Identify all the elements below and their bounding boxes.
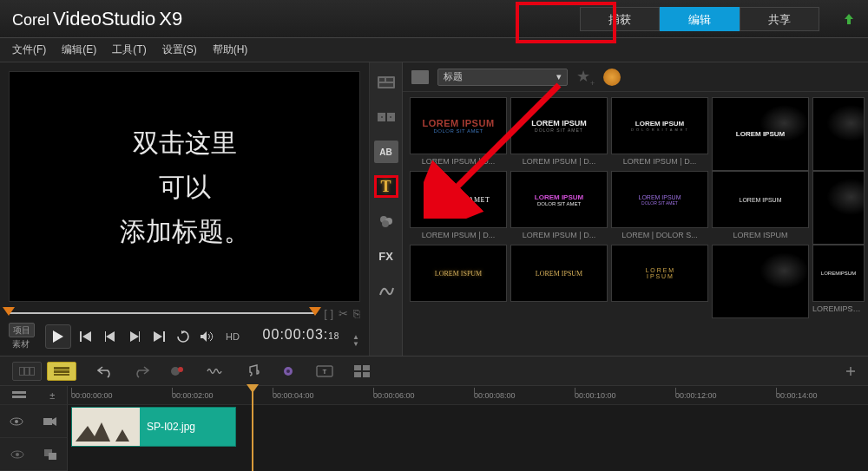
ruler-mark: 00:00:10:00: [575, 391, 667, 400]
clip-icon[interactable]: ⎘: [353, 307, 360, 320]
timeline-view-button[interactable]: [47, 362, 76, 381]
fx-icon[interactable]: FX: [374, 245, 398, 267]
thumb-caption: LOREM ISPUM: [712, 231, 809, 239]
subtitle-button[interactable]: T: [316, 365, 333, 377]
title-preset[interactable]: DOLOR SIT AMET LOREM IPSUM | D...: [410, 171, 507, 245]
visibility-icon[interactable]: [10, 417, 23, 426]
play-button[interactable]: [45, 324, 71, 349]
mark-out-handle[interactable]: [309, 307, 321, 316]
library-dropdown[interactable]: 标题▾: [437, 69, 568, 86]
mode-project[interactable]: 项目: [9, 323, 35, 337]
thumb-text: DOLOR SIT AMET: [531, 128, 587, 133]
svg-rect-37: [43, 418, 52, 425]
title-preset[interactable]: LOREM IPSUMDOLOR SIT AMET LOREM IPSUM | …: [510, 97, 608, 171]
svg-rect-22: [54, 374, 69, 376]
scrub-bar[interactable]: [ ] ✂ ⎘: [9, 307, 360, 319]
track-toggle-icon[interactable]: [12, 391, 26, 400]
title-preset[interactable]: [712, 245, 809, 318]
go-start-button[interactable]: [76, 327, 95, 346]
bracket-icon[interactable]: [ ]: [324, 307, 333, 320]
go-end-button[interactable]: [149, 327, 168, 346]
video-track-icon[interactable]: [43, 416, 57, 427]
motion-track-button[interactable]: [281, 364, 295, 378]
svg-rect-8: [379, 83, 393, 87]
menu-file[interactable]: 文件(F): [12, 43, 46, 57]
title-preset[interactable]: LOREM IPSUMDOLOR SIT AMET LOREM | DOLOR …: [611, 171, 708, 245]
timeline-tracks: SP-I02.jpg: [0, 405, 868, 471]
tab-share[interactable]: 共享: [740, 7, 819, 31]
graphic-icon[interactable]: [374, 210, 398, 232]
path-icon[interactable]: [374, 279, 398, 302]
timeline-clip[interactable]: SP-I02.jpg: [71, 407, 236, 447]
title-preset[interactable]: LOREM IPSUMDOLOR SIT AMET LOREM IPSUM | …: [410, 97, 507, 171]
storyboard-view-button[interactable]: [12, 362, 42, 381]
prev-frame-button[interactable]: [101, 327, 120, 346]
add-track-icon[interactable]: ±: [49, 390, 55, 401]
clip-thumbnail: [72, 408, 140, 446]
tab-capture[interactable]: 捕获: [580, 7, 660, 31]
title-preset[interactable]: LOREM IPSUMDOLOR SIT AMET LOREM IPSUM | …: [510, 171, 608, 245]
ruler-mark: 00:00:06:00: [373, 391, 465, 400]
content-store-icon[interactable]: [603, 69, 621, 86]
hd-toggle[interactable]: HD: [226, 331, 240, 342]
thumb-text: LOREM IPSUM: [736, 130, 785, 138]
thumb-text: DOLOR SIT AMET: [427, 196, 490, 204]
audio-mixer-button[interactable]: [207, 365, 224, 377]
svg-point-15: [382, 220, 389, 227]
title-preset[interactable]: LOREM ISPUM: [410, 245, 507, 318]
visibility-icon[interactable]: [10, 450, 24, 459]
title-preset[interactable]: LOREM IPSUMD O L O R S I T A M E T LOREM…: [611, 97, 708, 171]
thumb-text: LOREM IPSUM: [531, 119, 587, 128]
timeline-ruler[interactable]: ± 00:00:00:00 00:00:02:00 00:00:04:00 00…: [0, 386, 868, 405]
next-frame-button[interactable]: [125, 327, 144, 346]
menu-edit[interactable]: 编辑(E): [62, 43, 96, 57]
thumb-caption: LOREM IPSUM | D...: [611, 157, 708, 166]
thumb-text: LOREMIPSUM: [821, 271, 856, 276]
title-preset[interactable]: LOREM IPSUM LOREM IPSUM | D...: [712, 97, 809, 171]
timecode-value: 00:00:03:: [263, 327, 329, 342]
thumb-text: L O R E M: [646, 267, 674, 273]
overlay-track-icon[interactable]: [44, 449, 56, 460]
svg-text:T: T: [323, 368, 327, 376]
menu-tools[interactable]: 工具(T): [112, 43, 146, 57]
timecode-stepper[interactable]: ▲▼: [352, 334, 360, 348]
playhead[interactable]: [252, 386, 253, 471]
gallery-icon[interactable]: [411, 70, 429, 84]
svg-point-39: [16, 453, 19, 456]
record-button[interactable]: [170, 364, 186, 378]
media-icon[interactable]: [374, 71, 398, 94]
title-preset[interactable]: LOREMIPSUM LOREMIPSUM: [812, 245, 865, 318]
repeat-button[interactable]: [174, 327, 193, 346]
thumb-caption: LOREM IPSUM | D...: [510, 231, 608, 239]
preview-viewport[interactable]: 双击这里 可以 添加标题。: [9, 71, 360, 302]
title-preset[interactable]: LOREM IPSUM LOREM ISPUM: [712, 171, 809, 245]
auto-music-button[interactable]: [245, 364, 260, 378]
menu-help[interactable]: 帮助(H): [213, 43, 248, 57]
tab-edit[interactable]: 编辑: [660, 7, 740, 31]
title-preset[interactable]: L O R E MI P S U M: [611, 245, 708, 318]
timecode-display[interactable]: 00:00:03:18 ▲▼: [263, 326, 360, 348]
track-area[interactable]: SP-I02.jpg: [68, 405, 868, 471]
library-header: 标题▾ ★+: [403, 62, 868, 92]
mark-in-handle[interactable]: [3, 307, 15, 316]
transition-icon[interactable]: [374, 106, 398, 128]
upload-icon[interactable]: [842, 12, 856, 26]
favorite-icon[interactable]: ★+: [576, 67, 595, 88]
mode-clip[interactable]: 素材: [9, 337, 35, 350]
brand-product: VideoStudio: [53, 8, 155, 30]
zoom-slider[interactable]: [845, 366, 856, 376]
redo-button[interactable]: [134, 364, 149, 378]
playback-mode[interactable]: 项目 素材: [9, 323, 35, 350]
chevron-down-icon: ▾: [556, 71, 562, 82]
volume-button[interactable]: [198, 327, 217, 346]
title-preset[interactable]: LOREM IPSUM: [812, 171, 865, 245]
ab-icon[interactable]: AB: [374, 141, 398, 163]
title-preset[interactable]: LOREM IPSUM: [510, 245, 608, 318]
scissors-icon[interactable]: ✂: [339, 307, 348, 320]
undo-button[interactable]: [97, 364, 113, 378]
multicam-button[interactable]: [354, 365, 370, 377]
menu-settings[interactable]: 设置(S): [162, 43, 197, 57]
preview-line1: 双击这里: [120, 121, 250, 165]
title-preset[interactable]: LOREM IPSUM: [812, 97, 865, 171]
title-icon[interactable]: T: [374, 175, 398, 198]
